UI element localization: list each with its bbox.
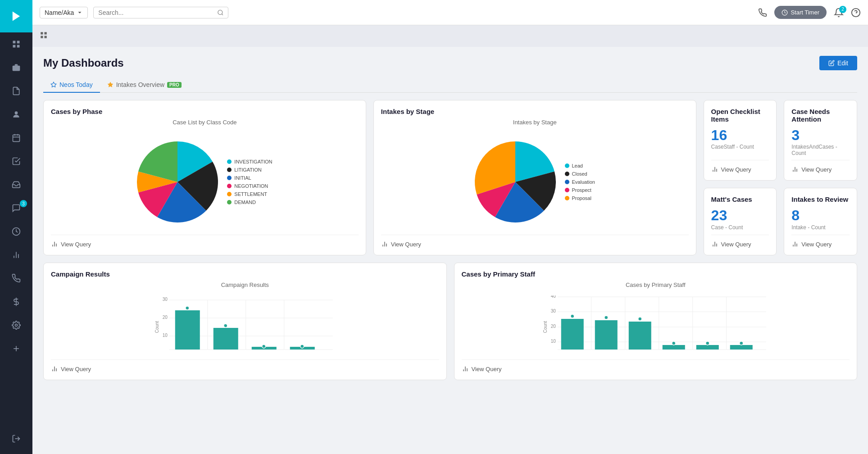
intakes-by-stage-title: Intakes by Stage bbox=[381, 108, 689, 115]
svg-rect-7 bbox=[13, 135, 20, 141]
svg-marker-0 bbox=[13, 12, 20, 21]
svg-rect-1 bbox=[13, 41, 16, 44]
intakes-by-stage-view-query[interactable]: View Query bbox=[381, 235, 689, 248]
campaign-results-view-query[interactable]: View Query bbox=[51, 359, 439, 372]
sidebar-icon-inbox[interactable] bbox=[0, 173, 32, 196]
open-checklist-title: Open Checklist Items bbox=[711, 108, 769, 123]
intakes-pie-chart bbox=[475, 141, 556, 222]
svg-rect-26 bbox=[45, 32, 47, 34]
sidebar-icon-grid[interactable] bbox=[0, 32, 32, 56]
search-input[interactable] bbox=[98, 9, 214, 16]
notification-badge: 2 bbox=[839, 6, 846, 13]
sidebar-icon-checklist[interactable] bbox=[0, 150, 32, 173]
svg-text:20: 20 bbox=[163, 315, 168, 320]
phone-button[interactable] bbox=[758, 8, 767, 17]
svg-point-91 bbox=[638, 317, 641, 321]
svg-text:30: 30 bbox=[163, 297, 168, 302]
sidebar-icon-settings[interactable] bbox=[0, 313, 32, 337]
svg-marker-29 bbox=[51, 82, 56, 87]
notification-button[interactable]: 2 bbox=[834, 8, 844, 18]
case-needs-attention-value: 3 bbox=[791, 127, 850, 144]
svg-rect-27 bbox=[41, 36, 43, 38]
svg-point-65 bbox=[262, 345, 266, 348]
cases-by-phase-title: Cases by Phase bbox=[51, 108, 359, 115]
subnav-grid-icon[interactable] bbox=[40, 31, 48, 41]
start-timer-button[interactable]: Start Timer bbox=[774, 6, 827, 19]
sidebar-icon-plus[interactable] bbox=[0, 337, 32, 360]
svg-rect-94 bbox=[696, 345, 718, 350]
cases-pie-chart bbox=[137, 141, 218, 222]
sidebar-icon-chat[interactable]: 3 bbox=[0, 196, 32, 220]
sidebar-icon-person[interactable] bbox=[0, 103, 32, 126]
chat-badge: 3 bbox=[20, 200, 27, 207]
edit-button[interactable]: Edit bbox=[819, 56, 857, 70]
case-needs-attention-title: Case Needs Attention bbox=[791, 108, 850, 123]
primary-staff-bar-chart: 40 30 20 10 Count bbox=[462, 292, 850, 359]
svg-rect-96 bbox=[730, 345, 752, 350]
intakes-chart-subtitle: Intakes by Stage bbox=[381, 119, 689, 126]
sidebar-icon-phone-stats[interactable] bbox=[0, 267, 32, 290]
matts-cases-view-query[interactable]: View Query bbox=[711, 235, 769, 248]
sidebar-icon-briefcase[interactable] bbox=[0, 56, 32, 79]
sidebar-icon-calendar[interactable] bbox=[0, 126, 32, 150]
open-checklist-sublabel: CaseStaff - Count bbox=[711, 144, 769, 150]
filter-label: Name/Aka bbox=[45, 9, 74, 16]
primary-staff-view-query[interactable]: View Query bbox=[462, 359, 850, 372]
case-needs-attention-view-query[interactable]: View Query bbox=[791, 160, 850, 173]
intakes-to-review-view-query[interactable]: View Query bbox=[791, 235, 850, 248]
intakes-to-review-value: 8 bbox=[791, 207, 850, 224]
dashboard-row-1: Cases by Phase Case List by Class Code bbox=[43, 100, 857, 255]
svg-rect-86 bbox=[561, 319, 583, 350]
svg-rect-28 bbox=[45, 36, 47, 38]
svg-text:30: 30 bbox=[550, 309, 556, 313]
tabs: Neos Today Intakes Overview PRO bbox=[43, 77, 857, 93]
svg-rect-60 bbox=[175, 310, 200, 350]
sidebar: 3 bbox=[0, 0, 32, 454]
sidebar-icon-chart[interactable] bbox=[0, 243, 32, 267]
case-needs-attention-sublabel: IntakesAndCases - Count bbox=[791, 144, 850, 156]
tab-neos-today[interactable]: Neos Today bbox=[43, 77, 100, 93]
svg-rect-2 bbox=[17, 41, 20, 44]
svg-rect-4 bbox=[17, 45, 20, 48]
intakes-to-review-title: Intakes to Review bbox=[791, 195, 850, 203]
page-header: My Dashboards Edit bbox=[43, 56, 857, 70]
svg-rect-5 bbox=[13, 66, 20, 71]
svg-point-61 bbox=[186, 306, 189, 310]
campaign-chart-subtitle: Campaign Results bbox=[51, 281, 439, 288]
campaign-results-card: Campaign Results Campaign Results 30 20 … bbox=[43, 263, 447, 380]
name-aka-filter[interactable]: Name/Aka bbox=[40, 7, 88, 18]
open-checklist-card: Open Checklist Items 16 CaseStaff - Coun… bbox=[704, 100, 777, 181]
svg-text:Count: Count bbox=[542, 321, 547, 333]
svg-point-95 bbox=[705, 341, 709, 345]
svg-rect-25 bbox=[41, 32, 43, 34]
intakes-to-review-card: Intakes to Review 8 Intake - Count View … bbox=[784, 188, 857, 255]
sidebar-icon-clock[interactable] bbox=[0, 220, 32, 243]
svg-point-93 bbox=[672, 341, 675, 345]
intakes-legend: Lead Closed Evaluation Prospect Proposal bbox=[565, 163, 595, 201]
topbar-right: Start Timer 2 bbox=[758, 6, 861, 19]
svg-point-67 bbox=[300, 345, 304, 348]
sidebar-logo[interactable] bbox=[0, 0, 32, 32]
cases-by-phase-view-query[interactable]: View Query bbox=[51, 235, 359, 248]
matts-cases-card: Matt's Cases 23 Case - Count View Query bbox=[704, 188, 777, 255]
svg-text:Count: Count bbox=[155, 321, 159, 333]
sidebar-icon-logout[interactable] bbox=[0, 427, 32, 450]
cases-by-primary-staff-card: Cases by Primary Staff Cases by Primary … bbox=[454, 263, 858, 380]
intakes-by-stage-card: Intakes by Stage Intakes by Stage bbox=[373, 100, 696, 255]
page-title: My Dashboards bbox=[43, 57, 124, 69]
svg-point-6 bbox=[15, 111, 18, 114]
topbar: Name/Aka Start Timer 2 bbox=[32, 0, 868, 25]
sidebar-icon-dollar[interactable] bbox=[0, 290, 32, 313]
sidebar-icon-document[interactable] bbox=[0, 79, 32, 103]
open-checklist-view-query[interactable]: View Query bbox=[711, 160, 769, 173]
help-button[interactable] bbox=[851, 8, 861, 18]
svg-point-89 bbox=[604, 316, 608, 319]
pro-badge: PRO bbox=[167, 82, 182, 88]
svg-text:10: 10 bbox=[550, 339, 556, 344]
dashboard-row-2: Campaign Results Campaign Results 30 20 … bbox=[43, 263, 857, 380]
content: My Dashboards Edit Neos Today Intakes Ov… bbox=[32, 47, 868, 454]
tab-intakes-overview[interactable]: Intakes Overview PRO bbox=[100, 77, 189, 93]
matts-cases-value: 23 bbox=[711, 207, 769, 224]
cases-by-phase-card: Cases by Phase Case List by Class Code bbox=[43, 100, 366, 255]
campaign-bar-svg: 30 20 10 Count bbox=[51, 295, 439, 354]
